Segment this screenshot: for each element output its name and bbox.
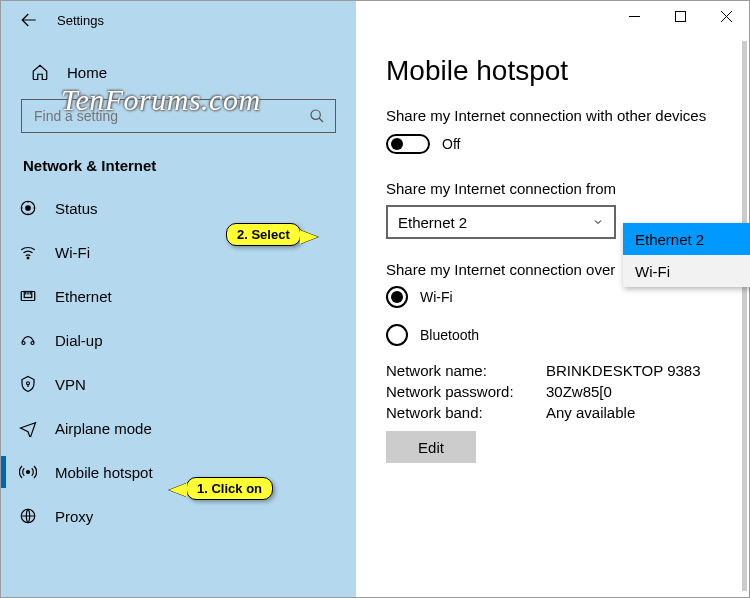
network-pw-label: Network password: [386,383,546,400]
sidebar-item-label: Dial-up [55,332,103,349]
scrollbar[interactable] [742,41,747,591]
radio-bluetooth[interactable] [386,324,408,346]
arrow-left-icon [20,11,38,29]
from-label: Share my Internet connection from [386,180,727,197]
maximize-button[interactable] [657,1,703,31]
share-toggle[interactable] [386,134,430,154]
search-box[interactable] [21,99,336,133]
home-icon [31,63,49,81]
callout-click-on: 1. Click on [186,477,273,500]
settings-window: Settings Home Network & Internet Status [0,0,750,598]
svg-rect-11 [675,11,685,21]
vpn-icon [17,375,39,393]
main-panel: Mobile hotspot Share my Internet connect… [356,1,749,597]
wifi-icon [17,243,39,261]
search-input[interactable] [32,107,309,125]
titlebar-left: Settings [1,5,356,35]
network-pw-value: 30Zw85[0 [546,383,727,400]
chevron-down-icon [592,216,604,228]
from-combo-value: Ethernet 2 [398,214,467,231]
share-label: Share my Internet connection with other … [386,107,727,124]
callout-select: 2. Select [226,223,301,246]
over-option-wifi[interactable]: Wi-Fi [386,286,727,308]
svg-point-9 [27,471,30,474]
close-button[interactable] [703,1,749,31]
sidebar-item-label: Proxy [55,508,93,525]
status-icon [17,199,39,217]
edit-button-label: Edit [418,439,444,456]
sidebar-item-airplane[interactable]: Airplane mode [1,406,356,450]
proxy-icon [17,507,39,525]
network-name-value: BRINKDESKTOP 9383 [546,362,727,379]
sidebar-item-ethernet[interactable]: Ethernet [1,274,356,318]
sidebar-item-proxy[interactable]: Proxy [1,494,356,538]
radio-wifi-label: Wi-Fi [420,289,453,305]
from-option-wifi[interactable]: Wi-Fi [623,255,750,287]
airplane-icon [17,419,39,437]
network-band-value: Any available [546,404,727,421]
network-band-label: Network band: [386,404,546,421]
radio-wifi[interactable] [386,286,408,308]
sidebar-item-vpn[interactable]: VPN [1,362,356,406]
share-toggle-state: Off [442,136,460,152]
dialup-icon [17,331,39,349]
window-controls [611,1,749,31]
from-combo[interactable]: Ethernet 2 [386,205,616,239]
ethernet-icon [17,287,39,305]
window-title: Settings [57,13,104,28]
sidebar-home[interactable]: Home [1,53,356,91]
sidebar-item-label: Airplane mode [55,420,152,437]
sidebar-item-dialup[interactable]: Dial-up [1,318,356,362]
minimize-icon [629,11,640,22]
edit-button[interactable]: Edit [386,431,476,463]
svg-point-2 [26,206,31,211]
home-label: Home [67,64,107,81]
hotspot-icon [17,463,39,481]
back-button[interactable] [15,6,43,34]
from-option-ethernet2[interactable]: Ethernet 2 [623,223,750,255]
svg-point-7 [31,342,34,345]
search-icon [309,108,325,124]
sidebar-item-label: Mobile hotspot [55,464,153,481]
over-option-bluetooth[interactable]: Bluetooth [386,324,727,346]
svg-point-8 [27,382,30,385]
sidebar-item-label: VPN [55,376,86,393]
radio-bluetooth-label: Bluetooth [420,327,479,343]
share-toggle-row: Off [386,134,727,154]
svg-point-3 [27,257,29,259]
network-name-label: Network name: [386,362,546,379]
network-info: Network name: BRINKDESKTOP 9383 Network … [386,362,727,421]
sidebar-item-label: Wi-Fi [55,244,90,261]
maximize-icon [675,11,686,22]
page-title: Mobile hotspot [386,55,727,87]
sidebar-item-label: Status [55,200,98,217]
sidebar: Settings Home Network & Internet Status [1,1,356,597]
from-dropdown: Ethernet 2 Wi-Fi [623,223,750,287]
close-icon [721,11,732,22]
svg-point-0 [311,110,320,119]
sidebar-item-label: Ethernet [55,288,112,305]
minimize-button[interactable] [611,1,657,31]
svg-point-6 [22,342,25,345]
sidebar-section-header: Network & Internet [23,157,356,174]
sidebar-item-status[interactable]: Status [1,186,356,230]
